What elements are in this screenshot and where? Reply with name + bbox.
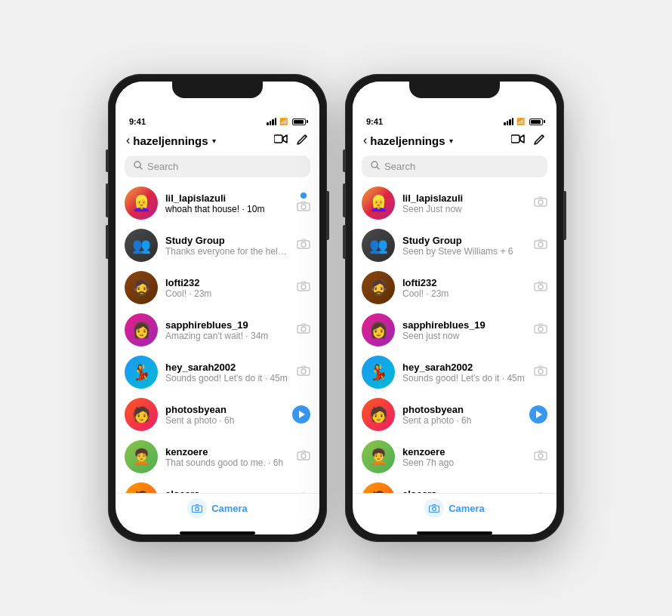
message-name: hey_sarah2002 [165, 362, 289, 373]
back-arrow-icon[interactable]: ‹ [126, 134, 130, 147]
svg-point-10 [301, 327, 306, 331]
message-action [534, 365, 547, 379]
status-icons: 📶 [504, 118, 543, 125]
message-preview: Cool! · 23m [402, 288, 526, 299]
page-container: 9:41📶‹hazeljennings▾Search👱‍♀️lil_lapisl… [108, 74, 564, 542]
message-action [534, 281, 547, 294]
list-item[interactable]: 🧑eloearsDid you see that! · 8h [116, 478, 319, 493]
list-item[interactable]: 🧑‍🦱kenzoereThat sounds good to me. · 6h [116, 436, 319, 478]
camera-label: Camera [211, 503, 248, 514]
camera-bottom-button[interactable]: Camera [424, 498, 485, 518]
wifi-icon: 📶 [516, 118, 525, 125]
svg-point-27 [538, 285, 543, 289]
list-item[interactable]: 🧔lofti232Cool! · 23m [116, 266, 319, 309]
search-bar[interactable]: Search [362, 156, 547, 177]
avatar: 🧔 [362, 271, 395, 304]
svg-point-6 [301, 242, 306, 247]
chevron-down-icon[interactable]: ▾ [449, 137, 453, 145]
avatar: 🧑 [125, 398, 158, 431]
app-header: ‹hazeljennings▾ [353, 130, 556, 152]
list-item[interactable]: 💃hey_sarah2002Sounds good! Let's do it ·… [353, 351, 556, 393]
svg-point-23 [538, 200, 543, 205]
list-item[interactable]: 👱‍♀️lil_lapislazuliwhoah that house! · 1… [116, 182, 319, 224]
camera-bottom-button[interactable]: Camera [187, 498, 248, 518]
svg-rect-0 [274, 135, 282, 143]
battery-icon [529, 119, 543, 125]
compose-icon[interactable] [297, 133, 309, 148]
list-item[interactable]: 👩sapphireblues_19Seen just now [353, 309, 556, 351]
username-title: hazeljennings [370, 134, 445, 147]
avatar: 👩 [125, 313, 158, 346]
camera-bottom-icon [424, 498, 444, 518]
message-action [297, 192, 310, 214]
list-item[interactable]: 👥Study GroupSeen by Steve Williams + 6 [353, 224, 556, 266]
search-placeholder: Search [147, 161, 178, 172]
signal-icon [504, 118, 513, 125]
message-name: Study Group [165, 235, 289, 246]
avatar: 🧑 [362, 482, 395, 493]
message-preview: Cool! · 23m [165, 288, 289, 299]
list-item[interactable]: 🧔lofti232Cool! · 23m [353, 266, 556, 309]
avatar: 👥 [125, 229, 158, 262]
message-list: 👱‍♀️lil_lapislazuliwhoah that house! · 1… [116, 182, 319, 493]
compose-icon[interactable] [534, 133, 546, 148]
status-time: 9:41 [366, 117, 383, 126]
status-bar: 9:41📶 [353, 109, 556, 130]
avatar: 👥 [362, 229, 395, 262]
username-title: hazeljennings [133, 134, 208, 147]
camera-icon [534, 239, 547, 252]
wifi-icon: 📶 [279, 118, 288, 125]
camera-icon [297, 323, 310, 337]
svg-rect-17 [193, 506, 202, 513]
message-preview: Seen Just now [402, 204, 526, 214]
list-item[interactable]: 👩sapphireblues_19Amazing can't wait! · 3… [116, 309, 319, 351]
list-item[interactable]: 💃hey_sarah2002Sounds good! Let's do it ·… [116, 351, 319, 393]
camera-label: Camera [449, 503, 485, 514]
camera-icon [534, 365, 547, 379]
back-arrow-icon[interactable]: ‹ [363, 134, 367, 147]
bottom-bar: Camera [353, 493, 556, 528]
message-preview: Seen 7h ago [402, 457, 526, 468]
message-name: kenzoere [402, 446, 526, 457]
status-bar: 9:41📶 [116, 109, 319, 130]
camera-icon [534, 196, 547, 210]
svg-point-12 [301, 369, 306, 374]
phone-right: 9:41📶‹hazeljennings▾Search👱‍♀️lil_lapisl… [345, 74, 564, 542]
svg-point-14 [301, 454, 306, 458]
avatar: 👱‍♀️ [362, 186, 395, 220]
message-name: hey_sarah2002 [402, 362, 526, 373]
message-action [529, 405, 547, 424]
list-item[interactable]: 🧑photosbyeanSent a photo · 6h [353, 393, 556, 436]
message-name: photosbyean [165, 404, 285, 415]
message-preview: Seen by Steve Williams + 6 [402, 246, 526, 257]
play-button[interactable] [292, 405, 310, 424]
message-action [534, 239, 547, 252]
message-action [297, 323, 310, 337]
list-item[interactable]: 🧑photosbyeanSent a photo · 6h [116, 393, 319, 436]
message-name: lofti232 [165, 277, 289, 288]
svg-point-33 [538, 454, 543, 458]
video-call-icon[interactable] [511, 134, 525, 147]
camera-bottom-icon [187, 498, 207, 518]
message-name: kenzoere [165, 446, 289, 457]
svg-point-18 [196, 507, 199, 510]
list-item[interactable]: 👥Study GroupThanks everyone for the help… [116, 224, 319, 266]
video-call-icon[interactable] [274, 134, 288, 147]
message-name: lofti232 [402, 277, 526, 288]
list-item[interactable]: 🧑eloearsDid you see that! · 8h [353, 478, 556, 493]
chevron-down-icon[interactable]: ▾ [212, 137, 216, 145]
list-item[interactable]: 👱‍♀️lil_lapislazuliSeen Just now [353, 182, 556, 224]
battery-icon [292, 119, 306, 125]
avatar: 🧑‍🦱 [362, 440, 395, 473]
message-name: photosbyean [402, 404, 522, 415]
play-button[interactable] [529, 405, 547, 424]
message-action [534, 323, 547, 337]
home-indicator [417, 531, 492, 534]
signal-icon [267, 118, 276, 125]
avatar: 🧑‍🦱 [125, 440, 158, 473]
status-time: 9:41 [129, 117, 146, 126]
svg-point-25 [538, 242, 543, 247]
list-item[interactable]: 🧑‍🦱kenzoereSeen 7h ago [353, 436, 556, 478]
search-bar[interactable]: Search [125, 156, 310, 177]
message-list: 👱‍♀️lil_lapislazuliSeen Just now👥Study G… [353, 182, 556, 493]
